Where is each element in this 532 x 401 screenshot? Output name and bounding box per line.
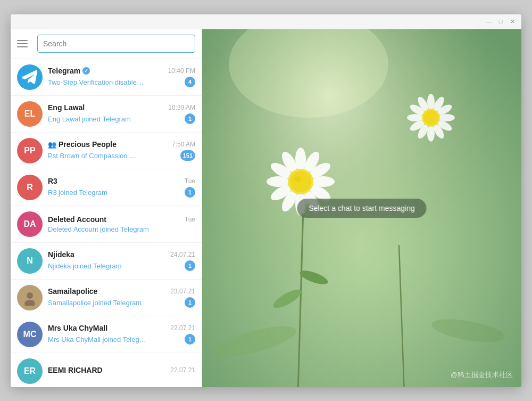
chat-preview-precious-people: Pst Brown of Compassion … — [48, 152, 177, 160]
svg-point-29 — [427, 125, 435, 142]
chat-item-r3[interactable]: RR3TueR3 joined Telegram1 — [11, 169, 202, 206]
avatar-eng-lawal: EL — [17, 101, 43, 127]
chat-panel: Select a chat to start messaging @稀土掘金技术… — [202, 29, 521, 387]
badge-eng-lawal: 1 — [185, 113, 195, 124]
chat-item-samailapolice[interactable]: Samailapolice23.07.21Samailapolice joine… — [11, 280, 202, 316]
svg-point-26 — [438, 114, 455, 121]
group-icon: 👥 — [48, 141, 56, 149]
sidebar-header — [11, 29, 202, 59]
chat-info-njideka: Njideka24.07.21Njideka joined Telegram1 — [48, 250, 195, 271]
svg-point-1 — [24, 300, 35, 306]
chat-time-deleted-account: Tue — [185, 216, 195, 223]
avatar-r3: R — [17, 175, 43, 200]
chat-info-r3: R3TueR3 joined Telegram1 — [48, 177, 195, 198]
avatar-precious-people: PP — [17, 138, 43, 163]
chat-time-telegram: 10:40 PM — [168, 67, 195, 75]
select-chat-message: Select a chat to start messaging — [297, 199, 426, 218]
chat-time-njideka: 24.07.21 — [170, 251, 195, 258]
chat-preview-eng-lawal: Eng Lawal joined Telegram — [48, 115, 181, 123]
chat-name-deleted-account: Deleted Account — [48, 215, 106, 224]
chat-preview-telegram: Two-Step Verification disable… — [48, 78, 181, 86]
menu-icon[interactable] — [17, 36, 32, 51]
badge-telegram: 4 — [185, 77, 195, 87]
chat-item-telegram[interactable]: Telegram✓10:40 PMTwo-Step Verification d… — [11, 59, 202, 96]
svg-point-8 — [295, 148, 306, 171]
search-input[interactable] — [37, 35, 195, 53]
chat-time-precious-people: 7:50 AM — [172, 141, 195, 148]
svg-point-0 — [27, 292, 33, 299]
badge-mrs-uka: 1 — [185, 334, 195, 345]
main-content: Telegram✓10:40 PMTwo-Step Verification d… — [11, 29, 521, 387]
chat-time-r3: Tue — [185, 177, 195, 185]
badge-samailapolice: 1 — [185, 297, 195, 308]
maximize-button[interactable]: □ — [496, 17, 505, 26]
badge-r3: 1 — [185, 187, 195, 198]
chat-time-mrs-uka: 22.07.21 — [170, 324, 195, 332]
chat-info-mrs-uka: Mrs Uka ChyMall22.07.21Mrs Uka ChyMall j… — [48, 324, 195, 345]
svg-point-36 — [423, 110, 438, 125]
chat-time-samailapolice: 23.07.21 — [170, 288, 195, 295]
chat-preview-r3: R3 joined Telegram — [48, 189, 181, 197]
watermark: @稀土掘金技术社区 — [451, 370, 513, 380]
minimize-button[interactable]: — — [484, 17, 494, 26]
avatar-eemi-richard: ER — [17, 358, 43, 384]
chat-name-njideka: Njideka — [48, 250, 74, 259]
avatar-deleted-account: DA — [17, 211, 43, 237]
svg-point-32 — [407, 114, 423, 121]
chat-preview-samailapolice: Samailapolice joined Telegram — [48, 299, 181, 307]
chat-info-telegram: Telegram✓10:40 PMTwo-Step Verification d… — [48, 67, 195, 87]
chat-list: Telegram✓10:40 PMTwo-Step Verification d… — [11, 59, 202, 387]
svg-point-17 — [267, 176, 290, 187]
chat-item-njideka[interactable]: NNjideka24.07.21Njideka joined Telegram1 — [11, 243, 202, 280]
chat-info-eng-lawal: Eng Lawal10:39 AMEng Lawal joined Telegr… — [48, 103, 195, 124]
chat-name-precious-people: 👥Precious People — [48, 140, 117, 149]
chat-time-eng-lawal: 10:39 AM — [168, 104, 195, 111]
titlebar: — □ ✕ — [11, 14, 521, 29]
close-button[interactable]: ✕ — [508, 17, 517, 26]
avatar-telegram — [17, 64, 43, 90]
verified-icon: ✓ — [82, 67, 90, 75]
avatar-mrs-uka: MC — [17, 322, 43, 347]
chat-info-eemi-richard: EEMI RICHARD22.07.21 — [48, 366, 195, 376]
chat-preview-deleted-account: Deleted Account joined Telegram — [48, 225, 195, 233]
chat-name-eemi-richard: EEMI RICHARD — [48, 366, 103, 374]
sidebar: Telegram✓10:40 PMTwo-Step Verification d… — [11, 29, 202, 387]
chat-item-deleted-account[interactable]: DADeleted AccountTueDeleted Account join… — [11, 206, 202, 243]
chat-name-mrs-uka: Mrs Uka ChyMall — [48, 324, 107, 332]
badge-njideka: 1 — [185, 260, 195, 271]
chat-name-samailapolice: Samailapolice — [48, 287, 97, 296]
svg-point-23 — [427, 94, 435, 110]
chat-item-precious-people[interactable]: PP👥Precious People7:50 AMPst Brown of Co… — [11, 133, 202, 169]
svg-point-11 — [311, 176, 335, 187]
chat-info-samailapolice: Samailapolice23.07.21Samailapolice joine… — [48, 287, 195, 308]
svg-point-22 — [295, 176, 301, 182]
chat-name-r3: R3 — [48, 177, 57, 185]
chat-item-mrs-uka[interactable]: MCMrs Uka ChyMall22.07.21Mrs Uka ChyMall… — [11, 316, 202, 353]
app-window: — □ ✕ Telegram✓10:40 PMTwo-Step Verifica… — [11, 14, 521, 387]
chat-name-eng-lawal: Eng Lawal — [48, 103, 85, 112]
chat-info-deleted-account: Deleted AccountTueDeleted Account joined… — [48, 215, 195, 233]
avatar-njideka: N — [17, 248, 43, 274]
badge-precious-people: 151 — [180, 150, 195, 161]
chat-preview-njideka: Njideka joined Telegram — [48, 262, 181, 270]
chat-preview-mrs-uka: Mrs Uka ChyMall joined Teleg… — [48, 335, 181, 343]
chat-item-eemi-richard[interactable]: EREEMI RICHARD22.07.21 — [11, 353, 202, 387]
svg-point-21 — [290, 171, 311, 192]
chat-item-eng-lawal[interactable]: ELEng Lawal10:39 AMEng Lawal joined Tele… — [11, 96, 202, 133]
avatar-samailapolice — [17, 285, 43, 310]
chat-info-precious-people: 👥Precious People7:50 AMPst Brown of Comp… — [48, 140, 195, 161]
chat-time-eemi-richard: 22.07.21 — [170, 366, 195, 374]
chat-name-telegram: Telegram✓ — [48, 67, 90, 75]
